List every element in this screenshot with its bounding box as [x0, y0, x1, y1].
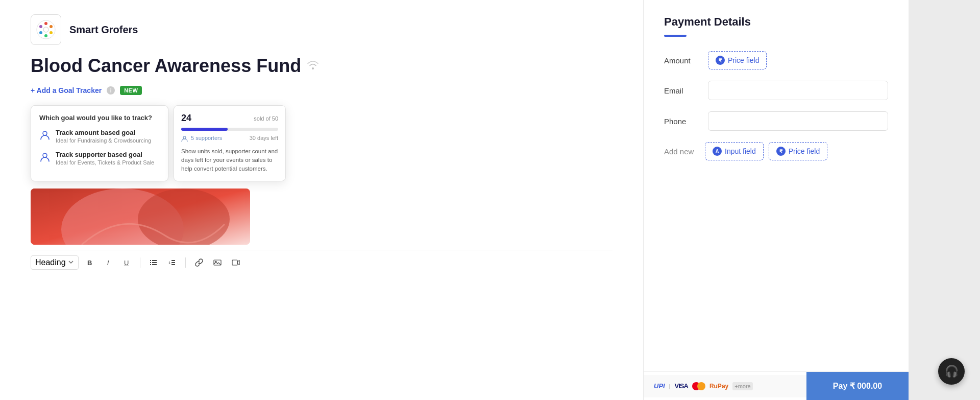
format-underline-btn[interactable]: U — [119, 255, 134, 270]
svg-point-10 — [183, 136, 186, 139]
heading-label: Heading — [35, 258, 66, 267]
phone-field-row: Phone — [664, 111, 888, 131]
wifi-icon — [307, 59, 318, 73]
add-new-label: Add new — [664, 147, 700, 156]
goal-option-supporter[interactable]: Track supporter based goal Ideal for Eve… — [39, 151, 160, 166]
toolbar-divider-2 — [185, 257, 186, 268]
upi-logo: UPI — [654, 382, 665, 390]
preview-stats: 24 sold of 50 — [181, 113, 278, 124]
header-bar: Smart Grofers — [0, 0, 643, 55]
brand-logo-icon — [36, 19, 56, 40]
amount-price-field-btn[interactable]: ₹ Price field — [708, 51, 767, 69]
add-new-row: Add new A Input field ₹ Price field — [664, 142, 888, 160]
svg-point-6 — [39, 25, 42, 28]
svg-rect-17 — [152, 262, 157, 263]
goal-option-amount[interactable]: Track amount based goal Ideal for Fundra… — [39, 129, 160, 144]
goal-dropdown-title: Which goal would you like to track? — [39, 114, 160, 122]
insert-image-btn[interactable] — [210, 255, 225, 270]
preview-bottom: 5 supporters 30 days left — [181, 135, 278, 142]
person-icon-2 — [39, 152, 51, 166]
format-bold-btn[interactable]: B — [83, 255, 97, 270]
goal-dropdown-wrapper: Which goal would you like to track? Trac… — [31, 105, 612, 181]
price-field-label-2: Price field — [789, 147, 820, 155]
input-field-btn[interactable]: A Input field — [705, 142, 764, 160]
editor-toolbar: Heading B I U 1. — [31, 250, 612, 270]
goal-tracker-row: + Add a Goal Tracker i NEW — [31, 86, 612, 95]
svg-text:1.: 1. — [168, 261, 172, 265]
svg-rect-19 — [152, 264, 157, 265]
svg-rect-18 — [150, 264, 151, 265]
email-label: Email — [664, 86, 700, 95]
svg-point-9 — [43, 153, 47, 157]
payment-methods: UPI | VISA RuPay +more — [644, 375, 806, 397]
goal-option-supporter-text: Track supporter based goal Ideal for Eve… — [56, 151, 154, 166]
logo-box — [31, 14, 61, 45]
payment-footer: UPI | VISA RuPay +more Pay ₹ 000.00 — [644, 371, 909, 400]
add-new-price-field-btn[interactable]: ₹ Price field — [769, 142, 827, 160]
svg-rect-22 — [172, 262, 175, 263]
list-ordered-btn[interactable]: 1. — [165, 255, 179, 270]
email-input[interactable] — [708, 81, 888, 100]
svg-rect-21 — [172, 260, 175, 261]
headphone-icon: 🎧 — [945, 365, 959, 378]
goal-dropdown: Which goal would you like to track? Trac… — [31, 105, 168, 181]
price-field-label-1: Price field — [728, 56, 759, 64]
svg-rect-16 — [150, 262, 151, 263]
svg-point-3 — [50, 31, 53, 34]
rupay-logo: RuPay — [709, 383, 728, 390]
svg-point-5 — [39, 31, 42, 34]
progress-bar-fill — [181, 128, 228, 131]
more-logos: +more — [732, 382, 753, 390]
toolbar-divider-1 — [140, 257, 140, 268]
preview-sold-of: sold of 50 — [254, 115, 278, 122]
svg-point-7 — [43, 27, 48, 32]
progress-bar-bg — [181, 128, 278, 131]
heading-select-wrapper[interactable]: Heading — [31, 255, 79, 270]
email-field-row: Email — [664, 81, 888, 100]
campaign-title: Blood Cancer Awareness Fund — [31, 55, 612, 77]
svg-rect-26 — [232, 260, 237, 265]
svg-rect-23 — [172, 264, 175, 265]
main-content: Blood Cancer Awareness Fund + Add a Goal… — [0, 55, 643, 280]
insert-video-btn[interactable] — [229, 255, 243, 270]
payment-title: Payment Details — [664, 15, 888, 29]
info-icon[interactable]: i — [107, 86, 115, 95]
a-icon: A — [713, 147, 722, 156]
pay-button[interactable]: Pay ₹ 000.00 — [806, 372, 909, 400]
right-panel: Payment Details Amount ₹ Price field Ema… — [643, 0, 909, 400]
preview-card: 24 sold of 50 5 supporters — [174, 105, 286, 181]
mastercard-icon — [692, 382, 705, 390]
svg-point-1 — [44, 22, 47, 25]
preview-number: 24 — [181, 113, 191, 124]
new-badge: NEW — [120, 86, 142, 95]
list-unordered-btn[interactable] — [146, 255, 161, 270]
chat-support-button[interactable]: 🎧 — [938, 358, 965, 385]
campaign-image — [31, 189, 250, 245]
amount-label: Amount — [664, 56, 700, 65]
goal-option-amount-text: Track amount based goal Ideal for Fundra… — [56, 129, 151, 144]
svg-rect-15 — [152, 260, 157, 261]
amount-field-row: Amount ₹ Price field — [664, 51, 888, 69]
svg-point-8 — [43, 131, 47, 135]
heading-dropdown-icon — [68, 258, 74, 267]
brand-name: Smart Grofers — [69, 24, 138, 36]
phone-input[interactable] — [708, 111, 888, 131]
title-underline — [664, 35, 687, 37]
insert-link-btn[interactable] — [192, 255, 206, 270]
supporters-count: 5 supporters — [181, 135, 222, 142]
svg-point-4 — [44, 34, 47, 37]
rupee-icon-2: ₹ — [776, 147, 786, 156]
format-italic-btn[interactable]: I — [101, 255, 115, 270]
far-right-panel — [909, 0, 980, 400]
rupee-icon-1: ₹ — [716, 56, 725, 65]
input-field-label: Input field — [725, 147, 756, 155]
preview-description: Show units sold, supporter count and day… — [181, 147, 278, 174]
svg-rect-14 — [150, 260, 151, 261]
phone-label: Phone — [664, 117, 700, 126]
svg-point-2 — [50, 25, 53, 28]
person-icon-1 — [39, 130, 51, 144]
visa-logo: VISA — [675, 382, 688, 390]
add-goal-link[interactable]: + Add a Goal Tracker — [31, 86, 102, 95]
